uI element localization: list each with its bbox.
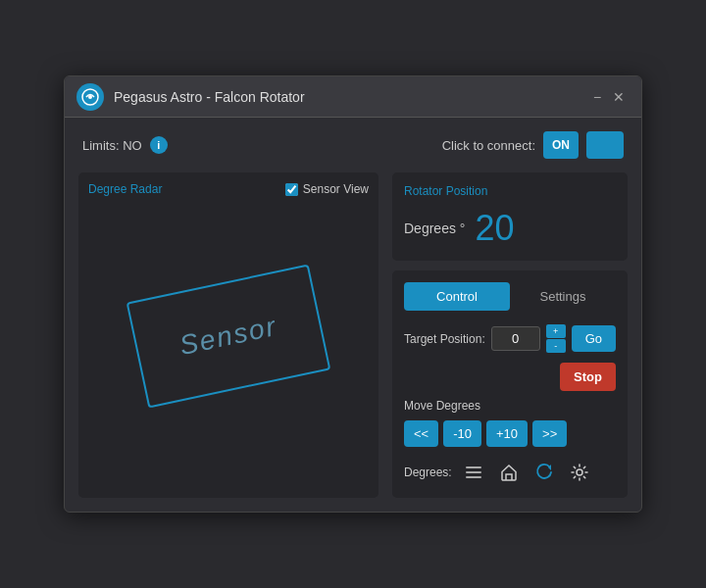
move-left-left-button[interactable]: << [404, 420, 438, 447]
sensor-view-label: Sensor View [303, 182, 369, 196]
right-panel: Rotator Position Degrees ° 20 Control Se… [392, 172, 628, 498]
app-logo [76, 83, 104, 111]
degrees-bottom-label: Degrees: [404, 466, 452, 479]
tabs-row: Control Settings [404, 282, 616, 311]
rotator-section: Rotator Position Degrees ° 20 [392, 172, 628, 261]
degrees-unit-label: Degrees ° [404, 220, 465, 236]
info-icon[interactable]: i [150, 136, 168, 154]
window-title: Pegasus Astro - Falcon Rotator [114, 89, 586, 105]
target-position-row: Target Position: + - Go [404, 324, 616, 353]
step-up-button[interactable]: + [546, 324, 566, 338]
title-bar: Pegasus Astro - Falcon Rotator − ✕ [65, 76, 641, 118]
connect-label: Click to connect: [442, 138, 535, 153]
radar-area: Sensor [88, 204, 369, 468]
move-right-right-button[interactable]: >> [532, 420, 567, 447]
move-degrees-label: Move Degrees [404, 399, 616, 413]
hamburger-icon-button[interactable] [460, 459, 487, 486]
degrees-value: 20 [475, 208, 514, 249]
stop-button[interactable]: Stop [560, 363, 616, 391]
home-icon-button[interactable] [495, 459, 523, 486]
go-button[interactable]: Go [572, 325, 616, 352]
target-position-label: Target Position: [404, 332, 485, 346]
limits-area: Limits: NO i [82, 136, 168, 154]
control-section: Control Settings Target Position: + - Go [392, 270, 628, 498]
hamburger-icon [462, 463, 485, 482]
sensor-view-checkbox[interactable] [285, 183, 298, 196]
move-plus10-button[interactable]: +10 [486, 420, 528, 447]
tab-settings[interactable]: Settings [510, 282, 616, 311]
step-down-button[interactable]: - [546, 339, 566, 353]
toggle-indicator [586, 131, 624, 159]
settings-icon-button[interactable] [566, 459, 593, 486]
sensor-label: Sensor [176, 311, 279, 362]
refresh-icon-button[interactable] [530, 459, 558, 486]
left-panel: Degree Radar Sensor View Sensor [78, 172, 378, 498]
sensor-box: Sensor [126, 264, 331, 408]
move-buttons: << -10 +10 >> [404, 420, 616, 447]
minimize-button[interactable]: − [586, 86, 608, 108]
target-position-input[interactable] [491, 326, 540, 351]
toggle-on-button[interactable]: ON [543, 131, 579, 159]
rotator-position-label: Rotator Position [404, 184, 616, 198]
top-bar: Limits: NO i Click to connect: ON [78, 131, 628, 159]
limits-label: Limits: NO [82, 138, 142, 153]
svg-point-1 [88, 95, 92, 99]
sensor-view-toggle[interactable]: Sensor View [285, 182, 369, 196]
main-panels: Degree Radar Sensor View Sensor Rotator … [78, 172, 628, 498]
degrees-display-row: Degrees ° 20 [404, 208, 616, 249]
main-window: Pegasus Astro - Falcon Rotator − ✕ Limit… [64, 75, 642, 513]
degree-radar-label: Degree Radar [88, 182, 162, 196]
move-minus10-button[interactable]: -10 [443, 420, 481, 447]
content-area: Limits: NO i Click to connect: ON Degree… [65, 118, 641, 512]
left-panel-header: Degree Radar Sensor View [88, 182, 369, 196]
connect-area: Click to connect: ON [442, 131, 624, 159]
degrees-bottom-row: Degrees: [404, 459, 616, 486]
tab-control[interactable]: Control [404, 282, 510, 311]
stepper: + - [546, 324, 566, 353]
svg-point-2 [577, 469, 582, 475]
close-button[interactable]: ✕ [608, 86, 630, 108]
